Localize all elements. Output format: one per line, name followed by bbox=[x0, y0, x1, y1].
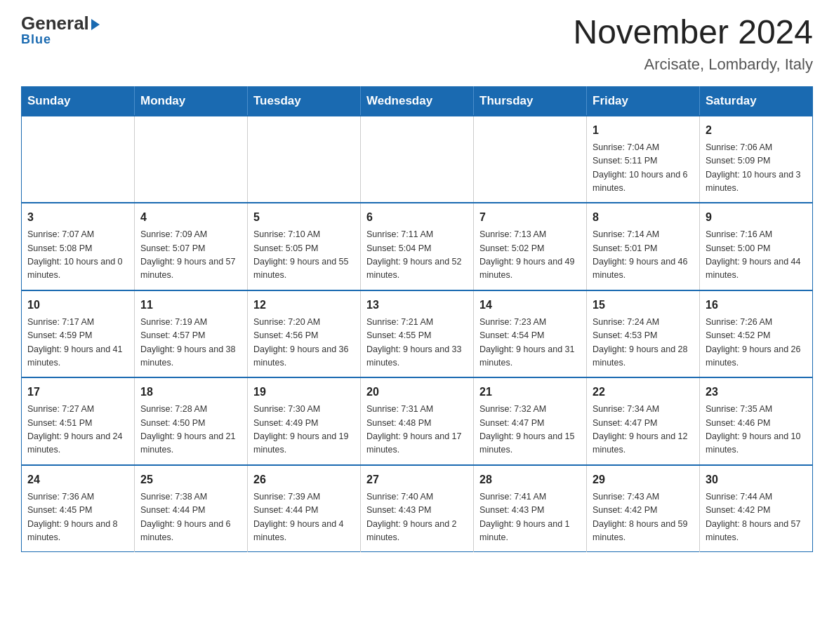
day-info: Sunrise: 7:31 AM Sunset: 4:48 PM Dayligh… bbox=[366, 403, 468, 457]
day-number: 16 bbox=[706, 297, 807, 314]
day-cell: 29Sunrise: 7:43 AM Sunset: 4:42 PM Dayli… bbox=[587, 465, 700, 552]
day-info: Sunrise: 7:38 AM Sunset: 4:44 PM Dayligh… bbox=[140, 490, 241, 545]
day-cell: 5Sunrise: 7:10 AM Sunset: 5:05 PM Daylig… bbox=[248, 203, 361, 290]
day-cell bbox=[361, 116, 474, 203]
day-cell: 22Sunrise: 7:34 AM Sunset: 4:47 PM Dayli… bbox=[587, 377, 700, 465]
day-number: 29 bbox=[593, 471, 694, 488]
day-info: Sunrise: 7:36 AM Sunset: 4:45 PM Dayligh… bbox=[27, 490, 128, 545]
day-number: 15 bbox=[593, 297, 694, 314]
day-info: Sunrise: 7:34 AM Sunset: 4:47 PM Dayligh… bbox=[593, 403, 694, 457]
day-info: Sunrise: 7:44 AM Sunset: 4:42 PM Dayligh… bbox=[706, 490, 807, 545]
day-cell: 14Sunrise: 7:23 AM Sunset: 4:54 PM Dayli… bbox=[474, 290, 587, 378]
day-cell: 8Sunrise: 7:14 AM Sunset: 5:01 PM Daylig… bbox=[587, 203, 700, 290]
day-info: Sunrise: 7:07 AM Sunset: 5:08 PM Dayligh… bbox=[27, 228, 128, 283]
day-info: Sunrise: 7:16 AM Sunset: 5:00 PM Dayligh… bbox=[706, 228, 807, 283]
day-info: Sunrise: 7:24 AM Sunset: 4:53 PM Dayligh… bbox=[593, 316, 694, 370]
day-info: Sunrise: 7:19 AM Sunset: 4:57 PM Dayligh… bbox=[140, 316, 241, 370]
day-cell: 15Sunrise: 7:24 AM Sunset: 4:53 PM Dayli… bbox=[587, 290, 700, 378]
day-number: 11 bbox=[140, 297, 241, 314]
day-cell: 13Sunrise: 7:21 AM Sunset: 4:55 PM Dayli… bbox=[361, 290, 474, 378]
day-cell bbox=[22, 116, 135, 203]
day-number: 5 bbox=[253, 209, 355, 226]
day-number: 14 bbox=[479, 297, 581, 314]
day-info: Sunrise: 7:40 AM Sunset: 4:43 PM Dayligh… bbox=[366, 490, 468, 545]
day-info: Sunrise: 7:06 AM Sunset: 5:09 PM Dayligh… bbox=[706, 141, 807, 196]
day-cell: 1Sunrise: 7:04 AM Sunset: 5:11 PM Daylig… bbox=[587, 116, 700, 203]
day-info: Sunrise: 7:17 AM Sunset: 4:59 PM Dayligh… bbox=[27, 316, 128, 370]
day-info: Sunrise: 7:30 AM Sunset: 4:49 PM Dayligh… bbox=[253, 403, 355, 457]
subtitle: Arcisate, Lombardy, Italy bbox=[573, 55, 813, 74]
day-number: 8 bbox=[593, 209, 694, 226]
day-cell: 30Sunrise: 7:44 AM Sunset: 4:42 PM Dayli… bbox=[700, 465, 813, 552]
day-number: 21 bbox=[479, 384, 581, 401]
calendar-table: SundayMondayTuesdayWednesdayThursdayFrid… bbox=[21, 86, 813, 553]
day-number: 7 bbox=[479, 209, 581, 226]
logo-general: General bbox=[21, 14, 100, 32]
day-number: 24 bbox=[27, 471, 128, 488]
day-info: Sunrise: 7:27 AM Sunset: 4:51 PM Dayligh… bbox=[27, 403, 128, 457]
header-wednesday: Wednesday bbox=[361, 86, 474, 116]
day-cell: 2Sunrise: 7:06 AM Sunset: 5:09 PM Daylig… bbox=[700, 116, 813, 203]
day-info: Sunrise: 7:20 AM Sunset: 4:56 PM Dayligh… bbox=[253, 316, 355, 370]
day-info: Sunrise: 7:21 AM Sunset: 4:55 PM Dayligh… bbox=[366, 316, 468, 370]
week-row-3: 10Sunrise: 7:17 AM Sunset: 4:59 PM Dayli… bbox=[22, 290, 813, 378]
logo: General Blue bbox=[21, 14, 100, 47]
day-number: 17 bbox=[27, 384, 128, 401]
day-info: Sunrise: 7:04 AM Sunset: 5:11 PM Dayligh… bbox=[593, 141, 694, 196]
day-cell bbox=[135, 116, 248, 203]
day-cell: 26Sunrise: 7:39 AM Sunset: 4:44 PM Dayli… bbox=[248, 465, 361, 552]
header-monday: Monday bbox=[135, 86, 248, 116]
day-cell: 28Sunrise: 7:41 AM Sunset: 4:43 PM Dayli… bbox=[474, 465, 587, 552]
day-cell bbox=[474, 116, 587, 203]
day-cell: 20Sunrise: 7:31 AM Sunset: 4:48 PM Dayli… bbox=[361, 377, 474, 465]
day-number: 3 bbox=[27, 209, 128, 226]
header-friday: Friday bbox=[587, 86, 700, 116]
logo-blue: Blue bbox=[21, 32, 51, 47]
header-sunday: Sunday bbox=[22, 86, 135, 116]
day-info: Sunrise: 7:28 AM Sunset: 4:50 PM Dayligh… bbox=[140, 403, 241, 457]
week-row-5: 24Sunrise: 7:36 AM Sunset: 4:45 PM Dayli… bbox=[22, 465, 813, 552]
week-row-1: 1Sunrise: 7:04 AM Sunset: 5:11 PM Daylig… bbox=[22, 116, 813, 203]
day-cell bbox=[248, 116, 361, 203]
day-cell: 25Sunrise: 7:38 AM Sunset: 4:44 PM Dayli… bbox=[135, 465, 248, 552]
day-cell: 17Sunrise: 7:27 AM Sunset: 4:51 PM Dayli… bbox=[22, 377, 135, 465]
day-number: 19 bbox=[253, 384, 355, 401]
week-row-4: 17Sunrise: 7:27 AM Sunset: 4:51 PM Dayli… bbox=[22, 377, 813, 465]
day-number: 22 bbox=[593, 384, 694, 401]
day-cell: 24Sunrise: 7:36 AM Sunset: 4:45 PM Dayli… bbox=[22, 465, 135, 552]
day-info: Sunrise: 7:14 AM Sunset: 5:01 PM Dayligh… bbox=[593, 228, 694, 283]
day-number: 10 bbox=[27, 297, 128, 314]
day-cell: 18Sunrise: 7:28 AM Sunset: 4:50 PM Dayli… bbox=[135, 377, 248, 465]
day-info: Sunrise: 7:09 AM Sunset: 5:07 PM Dayligh… bbox=[140, 228, 241, 283]
day-number: 1 bbox=[593, 122, 694, 139]
day-info: Sunrise: 7:11 AM Sunset: 5:04 PM Dayligh… bbox=[366, 228, 468, 283]
day-number: 12 bbox=[253, 297, 355, 314]
day-info: Sunrise: 7:23 AM Sunset: 4:54 PM Dayligh… bbox=[479, 316, 581, 370]
day-cell: 23Sunrise: 7:35 AM Sunset: 4:46 PM Dayli… bbox=[700, 377, 813, 465]
day-number: 27 bbox=[366, 471, 468, 488]
header-row: SundayMondayTuesdayWednesdayThursdayFrid… bbox=[22, 86, 813, 116]
day-number: 18 bbox=[140, 384, 241, 401]
day-number: 23 bbox=[706, 384, 807, 401]
day-number: 2 bbox=[706, 122, 807, 139]
day-info: Sunrise: 7:41 AM Sunset: 4:43 PM Dayligh… bbox=[479, 490, 581, 545]
day-number: 20 bbox=[366, 384, 468, 401]
day-number: 30 bbox=[706, 471, 807, 488]
day-cell: 27Sunrise: 7:40 AM Sunset: 4:43 PM Dayli… bbox=[361, 465, 474, 552]
day-info: Sunrise: 7:39 AM Sunset: 4:44 PM Dayligh… bbox=[253, 490, 355, 545]
day-cell: 9Sunrise: 7:16 AM Sunset: 5:00 PM Daylig… bbox=[700, 203, 813, 290]
week-row-2: 3Sunrise: 7:07 AM Sunset: 5:08 PM Daylig… bbox=[22, 203, 813, 290]
header-thursday: Thursday bbox=[474, 86, 587, 116]
day-info: Sunrise: 7:43 AM Sunset: 4:42 PM Dayligh… bbox=[593, 490, 694, 545]
day-cell: 16Sunrise: 7:26 AM Sunset: 4:52 PM Dayli… bbox=[700, 290, 813, 378]
day-number: 9 bbox=[706, 209, 807, 226]
day-cell: 19Sunrise: 7:30 AM Sunset: 4:49 PM Dayli… bbox=[248, 377, 361, 465]
day-cell: 4Sunrise: 7:09 AM Sunset: 5:07 PM Daylig… bbox=[135, 203, 248, 290]
day-number: 6 bbox=[366, 209, 468, 226]
day-number: 26 bbox=[253, 471, 355, 488]
header: General Blue November 2024 Arcisate, Lom… bbox=[21, 14, 813, 74]
day-cell: 7Sunrise: 7:13 AM Sunset: 5:02 PM Daylig… bbox=[474, 203, 587, 290]
day-cell: 12Sunrise: 7:20 AM Sunset: 4:56 PM Dayli… bbox=[248, 290, 361, 378]
day-cell: 10Sunrise: 7:17 AM Sunset: 4:59 PM Dayli… bbox=[22, 290, 135, 378]
title-area: November 2024 Arcisate, Lombardy, Italy bbox=[573, 14, 813, 74]
